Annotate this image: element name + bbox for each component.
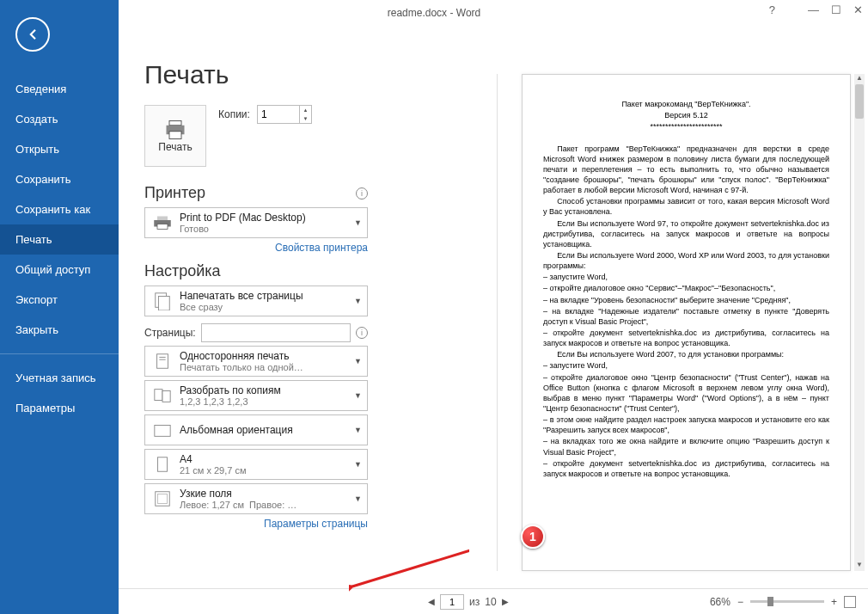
printer-status: Готово <box>180 224 351 234</box>
chevron-down-icon: ▼ <box>354 426 362 434</box>
page-of-label: из <box>469 596 480 608</box>
nav-saveas[interactable]: Сохранить как <box>0 194 119 224</box>
page-setup-link[interactable]: Параметры страницы <box>144 518 368 530</box>
copies-down[interactable]: ▼ <box>300 114 311 123</box>
svg-rect-5 <box>157 224 168 230</box>
scroll-thumb[interactable] <box>855 84 864 119</box>
collate-select[interactable]: Разобрать по копиям 1,2,3 1,2,3 1,2,3 ▼ <box>144 380 368 411</box>
paper-select[interactable]: A4 21 см x 29,7 см ▼ <box>144 449 368 480</box>
chevron-down-icon: ▼ <box>354 357 362 365</box>
minimize-icon[interactable]: — <box>808 3 819 16</box>
print-button[interactable]: Печать <box>144 105 206 167</box>
chevron-down-icon: ▼ <box>354 494 362 503</box>
nav-close[interactable]: Закрыть <box>0 315 119 345</box>
svg-rect-4 <box>157 217 168 221</box>
paper-icon <box>150 453 174 476</box>
page-prev-button[interactable]: ◀ <box>428 597 435 606</box>
pages-icon <box>150 290 174 312</box>
margins-line1: Узкие поля <box>180 488 351 500</box>
zoom-in-button[interactable]: + <box>831 596 837 608</box>
scope-line2: Все сразу <box>180 302 351 312</box>
settings-section-title: Настройка <box>144 262 221 280</box>
printer-info-icon[interactable]: i <box>356 187 368 200</box>
page-title: Печать <box>144 60 368 89</box>
landscape-icon <box>150 419 174 441</box>
printer-name: Print to PDF (Mac Desktop) <box>180 212 351 224</box>
svg-rect-11 <box>155 390 162 401</box>
zoom-fit-button[interactable] <box>844 596 856 608</box>
collate-line2: 1,2,3 1,2,3 1,2,3 <box>180 396 351 407</box>
printer-icon <box>150 212 174 234</box>
zoom-slider[interactable] <box>750 600 824 603</box>
duplex-line2: Печатать только на одной… <box>180 362 351 372</box>
nav-share[interactable]: Общий доступ <box>0 255 119 285</box>
orient-line1: Альбомная ориентация <box>180 424 351 436</box>
collate-icon <box>150 384 174 407</box>
nav-options[interactable]: Параметры <box>0 393 119 423</box>
printer-section-title: Принтер <box>144 184 205 202</box>
scope-line1: Напечатать все страницы <box>180 290 351 302</box>
margins-icon <box>150 488 174 510</box>
svg-rect-8 <box>157 354 168 369</box>
page-current-input[interactable] <box>440 594 464 610</box>
printer-icon <box>163 119 187 141</box>
page-next-button[interactable]: ▶ <box>502 597 509 606</box>
scroll-down-icon[interactable]: ▼ <box>854 561 865 571</box>
nav-info[interactable]: Сведения <box>0 74 119 104</box>
chevron-down-icon: ▼ <box>354 391 362 400</box>
duplex-select[interactable]: Односторонняя печать Печатать только на … <box>144 346 368 377</box>
back-button[interactable] <box>15 17 50 52</box>
svg-rect-2 <box>169 132 181 139</box>
copies-up[interactable]: ▲ <box>300 106 311 114</box>
margins-select[interactable]: Узкие поля Левое: 1,27 см Правое: … ▼ <box>144 483 368 514</box>
zoom-out-button[interactable]: − <box>737 596 743 608</box>
page-single-icon <box>150 350 174 372</box>
zoom-value: 66% <box>710 596 730 608</box>
nav-open[interactable]: Открыть <box>0 134 119 164</box>
svg-rect-12 <box>162 391 170 402</box>
chevron-down-icon: ▼ <box>354 218 362 227</box>
copies-input[interactable] <box>258 106 299 123</box>
svg-rect-7 <box>158 297 169 311</box>
close-icon[interactable]: ✕ <box>853 3 863 16</box>
scroll-up-icon[interactable]: ▲ <box>854 74 865 84</box>
help-icon[interactable]: ? <box>769 3 775 16</box>
nav-account[interactable]: Учетная запись <box>0 363 119 393</box>
svg-line-17 <box>352 535 469 586</box>
orientation-select[interactable]: Альбомная ориентация ▼ <box>144 414 368 445</box>
nav-new[interactable]: Создать <box>0 104 119 134</box>
paper-line1: A4 <box>180 453 351 465</box>
pages-label: Страницы: <box>144 327 196 339</box>
printer-select[interactable]: Print to PDF (Mac Desktop) Готово ▼ <box>144 207 368 238</box>
preview-scrollbar[interactable]: ▲ ▼ <box>854 74 865 571</box>
chevron-down-icon: ▼ <box>354 297 362 305</box>
chevron-down-icon: ▼ <box>354 460 362 469</box>
nav-export[interactable]: Экспорт <box>0 285 119 315</box>
copies-label: Копии: <box>218 108 250 120</box>
print-button-label: Печать <box>158 141 192 153</box>
copies-spinner[interactable]: ▲▼ <box>257 105 312 124</box>
svg-rect-0 <box>169 121 181 126</box>
window-title: readme.docx - Word <box>388 7 481 19</box>
nav-save[interactable]: Сохранить <box>0 164 119 194</box>
pages-info-icon[interactable]: i <box>356 327 368 339</box>
printer-properties-link[interactable]: Свойства принтера <box>144 242 368 254</box>
svg-rect-13 <box>155 426 170 437</box>
print-preview: Пакет макрокоманд "ВерТеКнижка". Версия … <box>497 74 851 571</box>
page-total: 10 <box>485 596 496 608</box>
svg-rect-14 <box>158 457 168 472</box>
pages-input[interactable] <box>201 323 351 342</box>
nav-print[interactable]: Печать <box>0 224 119 255</box>
duplex-line1: Односторонняя печать <box>180 350 351 362</box>
print-scope-select[interactable]: Напечатать все страницы Все сразу ▼ <box>144 286 368 316</box>
paper-line2: 21 см x 29,7 см <box>180 465 351 476</box>
collate-line1: Разобрать по копиям <box>180 384 351 396</box>
maximize-icon[interactable]: ☐ <box>831 3 841 16</box>
